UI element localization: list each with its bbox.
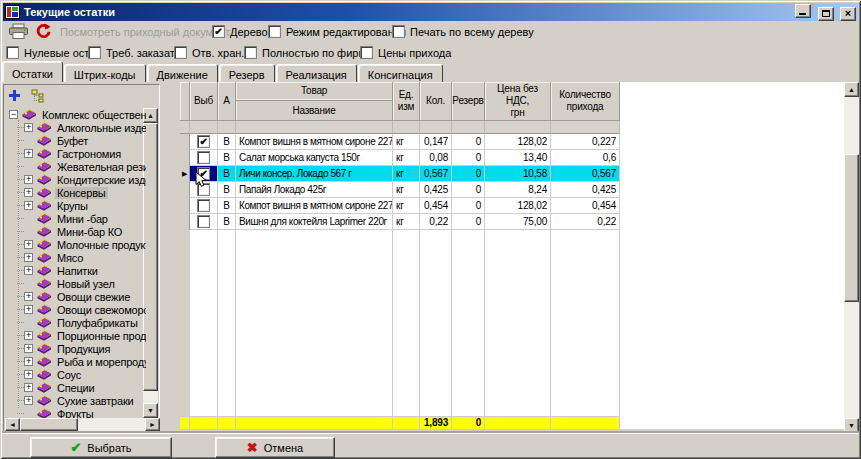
table-row[interactable]: ВКомпот вишня в мятном сироне 227млкг0,4… [180,198,620,214]
tree-item[interactable]: Полуфабрикаты [5,316,146,329]
tree-item[interactable]: +Крупы [5,199,146,212]
refresh-button[interactable] [33,23,53,41]
filter-checkbox-2[interactable]: Треб. заказать [88,46,181,59]
tree-item[interactable]: +Овощи свежие [5,290,146,303]
row-select-cell[interactable] [190,198,218,214]
checkbox-box[interactable] [360,46,373,59]
a-column-header[interactable]: А [218,82,236,121]
qty-column-header[interactable]: Кол. [420,82,452,121]
price-column-header[interactable]: Цена без НДС, грн [485,82,551,121]
expand-plus-icon[interactable]: + [24,201,33,210]
row-select-cell[interactable] [190,214,218,230]
expand-plus-icon[interactable]: + [24,383,33,392]
checkbox-box[interactable] [174,46,187,59]
tree-scroll-left-button[interactable]: ◄ [5,418,20,431]
table-scroll-down-button[interactable]: ▼ [844,418,859,433]
filter-checkbox-1[interactable]: Нулевые ост. [6,46,91,59]
table-scroll-up-button[interactable]: ▲ [844,82,859,97]
tree-item[interactable]: +Напитки [5,264,146,277]
expand-plus-icon[interactable]: + [24,266,33,275]
tree-item[interactable]: +Продукция [5,342,146,355]
tree-item[interactable]: +Консервы [5,186,146,199]
expand-plus-icon[interactable]: + [24,175,33,184]
row-checkbox[interactable]: ✔ [197,135,210,148]
table-vertical-scrollbar[interactable]: ▲ ▼ [844,82,859,433]
checkbox-box[interactable] [268,25,281,38]
expand-plus-icon[interactable]: + [24,253,33,262]
tree-item[interactable]: Мини-бар КО [5,225,146,238]
tree-scroll-right-button[interactable]: ► [145,418,160,431]
row-select-cell[interactable]: ✔ [190,134,218,150]
checkbox-box[interactable]: ✔ [212,25,225,38]
tree-item[interactable]: +Гастрономия [5,147,146,160]
row-checkbox[interactable] [197,199,210,212]
tree-item[interactable]: +Молочные продукты [5,238,146,251]
tree-item[interactable]: +Кондитерские издели [5,173,146,186]
tree-item[interactable]: Фрукты [5,407,146,418]
print-button[interactable] [6,23,30,41]
tree-item[interactable]: −Комплекс общественно [5,108,146,121]
filter-checkbox-5[interactable]: Цены прихода [360,46,451,59]
expand-plus-icon[interactable]: + [24,123,33,132]
expand-plus-icon[interactable]: + [24,344,33,353]
expand-plus-icon[interactable]: + [24,149,33,158]
tree-item[interactable]: Мини -бар [5,212,146,225]
toolbar-checkbox-2[interactable]: Режим редактирования [268,25,406,38]
sel-column-header[interactable]: Выб [190,82,218,121]
checkbox-box[interactable] [6,46,19,59]
cancel-button[interactable]: ✖ Отмена [215,437,335,458]
table-row[interactable]: ▶✔ВЛичи консер. Локадо 567 гкг0,567010,5… [180,166,620,182]
item-column-header[interactable]: ТоварНазвание [236,82,393,121]
tree-item[interactable]: +Соус [5,368,146,381]
tree-item[interactable]: Буфет [5,134,146,147]
table-row[interactable]: ВСалат морська капуста 150гкг0,08013,400… [180,150,620,166]
minimize-button[interactable] [795,4,811,18]
row-checkbox[interactable] [197,215,210,228]
filter-checkbox-3[interactable]: Отв. хран. [174,46,244,59]
tree-horizontal-scroll-thumb[interactable] [20,418,78,431]
table-row[interactable]: ✔ВКомпот вишня в мятном сироне 227млкг0,… [180,134,620,150]
checkbox-box[interactable] [244,46,257,59]
title-bar[interactable]: Текущие остатки × [3,3,858,21]
row-marker-header[interactable] [180,82,190,121]
tree-item[interactable]: +Мясо [5,251,146,264]
unit-column-header[interactable]: Ед. изм [393,82,420,121]
tree-item[interactable]: +Алкогольные издели [5,121,146,134]
expand-plus-icon[interactable]: + [24,188,33,197]
reserve-column-header[interactable]: Резерв [452,82,485,121]
tab-штрих-коды[interactable]: Штрих-коды [64,64,146,82]
toolbar-checkbox-1[interactable]: ✔Дерево [212,25,268,38]
add-node-button[interactable] [8,89,21,105]
tree-view-button[interactable] [31,89,48,106]
select-button[interactable]: ✔ Выбрать [30,437,172,458]
row-select-cell[interactable] [190,150,218,166]
filter-checkbox-4[interactable]: Полностью по фирме [244,46,372,59]
table-row[interactable]: ВВишня для коктейля Laprimer 220гкг0,220… [180,214,620,230]
close-button[interactable]: × [840,7,856,21]
arrival-column-header[interactable]: Количество прихода [551,82,620,121]
tab-консигнация[interactable]: Консигнация [358,64,443,82]
tab-резерв[interactable]: Резерв [219,64,275,82]
tab-реализация[interactable]: Реализация [276,64,357,82]
collapse-minus-icon[interactable]: − [9,110,18,119]
table-row[interactable]: ВПапайя Локадо 425гкг0,42508,240,425 [180,182,620,198]
expand-plus-icon[interactable]: + [24,292,33,301]
checkbox-box[interactable] [392,25,405,38]
tree-item[interactable]: +Овощи свежоморож [5,303,146,316]
table-vertical-scroll-thumb[interactable] [844,154,859,302]
tree-item[interactable]: Жевательная резин [5,160,146,173]
expand-plus-icon[interactable]: + [24,370,33,379]
tree-item[interactable]: +Сухие завтраки [5,394,146,407]
expand-plus-icon[interactable]: + [24,305,33,314]
tree-item[interactable]: +Рыба и морепродукт [5,355,146,368]
tree-item[interactable]: +Специи [5,381,146,394]
row-checkbox[interactable] [197,151,210,164]
tab-движение[interactable]: Движение [147,64,218,82]
tab-остатки[interactable]: Остатки [2,61,63,82]
tree-item[interactable]: Новый узел [5,277,146,290]
checkbox-box[interactable] [88,46,101,59]
maximize-button[interactable] [818,7,834,21]
tree-horizontal-scrollbar[interactable]: ◄ ► [5,418,160,431]
expand-plus-icon[interactable]: + [24,357,33,366]
toolbar-checkbox-3[interactable]: Печать по всему дереву [392,25,534,38]
